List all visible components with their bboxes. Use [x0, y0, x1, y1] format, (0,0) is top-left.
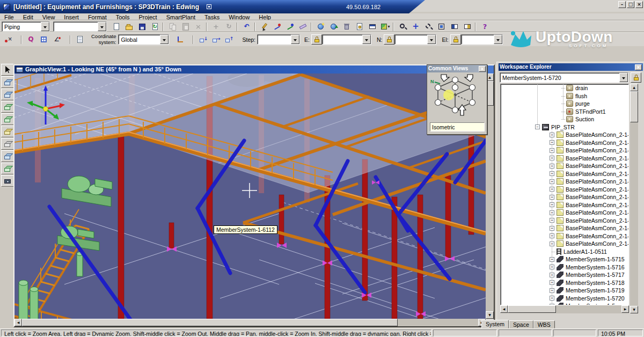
tree-item[interactable]: +MemberSystem-1-5720 [501, 295, 628, 303]
move-button[interactable] [210, 21, 222, 32]
expand-box[interactable]: + [550, 148, 554, 153]
save-button[interactable] [136, 21, 148, 32]
expand-box[interactable]: + [550, 164, 554, 169]
menu-smartplant[interactable]: SmartPlant [166, 14, 195, 20]
smartsketch-button[interactable] [258, 21, 270, 32]
tree-item[interactable]: +BasePlateAsmConn_2-1-061 [501, 170, 628, 178]
zoom-tool-button[interactable] [397, 21, 409, 32]
graphic-view-hscrollbar[interactable]: ◀ ▶ [14, 319, 486, 326]
tree-item[interactable]: +BasePlateAsmConn_2-1-070 [501, 232, 628, 240]
chevron-down-icon[interactable] [41, 22, 49, 31]
tree-item[interactable]: purge [501, 100, 628, 108]
expand-box[interactable]: + [550, 241, 554, 246]
tree-item[interactable]: flush [501, 92, 628, 100]
select-button[interactable] [1, 64, 14, 76]
menu-view[interactable]: View [42, 14, 55, 20]
coord-lock-button[interactable] [384, 34, 394, 45]
expand-box[interactable]: + [550, 171, 554, 176]
tab-space[interactable]: Space [509, 320, 533, 328]
scroll-right-icon[interactable]: ▶ [621, 305, 629, 313]
paste-button[interactable] [179, 21, 192, 32]
copy-button[interactable] [166, 21, 179, 32]
help-button[interactable] [479, 21, 491, 32]
point-elevation-button[interactable] [222, 34, 235, 45]
chevron-down-icon[interactable] [427, 35, 436, 44]
scroll-up-icon[interactable]: ▲ [630, 84, 638, 91]
menu-tools[interactable]: Tools [116, 14, 130, 20]
coord-field-combobox[interactable] [394, 34, 436, 45]
expand-box[interactable]: + [550, 226, 554, 231]
expand-box[interactable]: + [550, 187, 554, 192]
menu-project[interactable]: Project [138, 14, 157, 20]
selected-view-node[interactable] [443, 90, 454, 100]
pinpoint-off-button[interactable] [2, 34, 14, 45]
coord-lock-button[interactable] [450, 34, 461, 45]
tree-item[interactable]: +BasePlateAsmConn_2-1-061 [501, 178, 628, 186]
coordinate-system-combobox[interactable]: Global [118, 34, 169, 45]
hscroll-thumb[interactable] [508, 305, 556, 313]
menu-insert[interactable]: Insert [64, 14, 79, 20]
reposition-origin-button[interactable] [173, 34, 186, 45]
chevron-down-icon[interactable] [494, 35, 502, 44]
expand-box[interactable]: + [550, 202, 554, 207]
chevron-down-icon[interactable] [291, 35, 299, 44]
expand-box[interactable]: + [550, 296, 554, 301]
tree-item[interactable]: +MemberSystem-1-5715 [501, 255, 628, 263]
view-volume-button[interactable] [1, 126, 14, 137]
properties-button[interactable] [74, 34, 86, 45]
clip-volume-button[interactable] [1, 138, 14, 150]
minimize-button[interactable]: – [618, 1, 626, 8]
session-button[interactable] [353, 21, 365, 32]
new-document-button[interactable] [110, 21, 122, 32]
common-views-button[interactable] [448, 21, 460, 32]
pan-button[interactable] [409, 21, 422, 32]
coord-lock-button[interactable] [311, 34, 322, 45]
tree-item[interactable]: +BasePlateAsmConn_2-1-070 [501, 224, 628, 232]
measure-button[interactable] [297, 21, 309, 32]
close-icon[interactable] [479, 66, 486, 72]
close-button[interactable]: × [635, 1, 643, 8]
workspace-refresh-button[interactable] [327, 21, 340, 32]
delete-workspace-button[interactable] [340, 21, 353, 32]
tree-item[interactable]: +BasePlateAsmConn_2-1-070 [501, 240, 628, 248]
chevron-down-icon[interactable] [98, 22, 106, 31]
expand-box[interactable]: + [550, 133, 554, 137]
locate-filter-combobox[interactable] [53, 21, 107, 32]
tree-item[interactable]: +BasePlateAsmConn_2-1-061 [501, 155, 628, 163]
expand-box[interactable]: + [550, 210, 554, 215]
expand-box[interactable]: + [550, 288, 554, 293]
expand-box[interactable]: + [550, 140, 554, 145]
tree-item[interactable]: −PIP_STR [501, 123, 628, 131]
open-folder-button[interactable] [123, 21, 135, 32]
tree-item[interactable]: +MemberSystem-1-5718 [501, 279, 628, 287]
chevron-down-icon[interactable] [619, 73, 628, 82]
tree-item[interactable]: STFndPort1 [501, 108, 628, 116]
select-inside-button[interactable] [1, 89, 14, 100]
coord-field-combobox[interactable] [461, 34, 503, 45]
expand-box[interactable]: + [550, 195, 554, 200]
close-icon[interactable] [635, 64, 642, 70]
tree-item[interactable]: +BasePlateAsmConn_2-1-070 [501, 209, 628, 217]
show-all-button[interactable] [1, 150, 14, 162]
vscroll-thumb[interactable] [630, 91, 638, 122]
zoom-area-button[interactable] [422, 21, 435, 32]
menu-format[interactable]: Format [88, 14, 107, 20]
maximize-button[interactable]: □ [627, 1, 634, 8]
expand-box[interactable]: + [550, 257, 554, 262]
menu-file[interactable]: File [4, 14, 14, 20]
hide-button[interactable] [1, 163, 14, 174]
tree-item[interactable]: +BasePlateAsmConn_2-1-070 [501, 193, 628, 201]
tree-item[interactable]: drain [501, 84, 628, 92]
tree-vscrollbar[interactable]: ▲ ▼ [630, 84, 638, 313]
tree-item[interactable]: +BasePlateAsmConn_2-1-061 [501, 146, 628, 155]
tree-item[interactable]: +MemberSystem-1-5717 [501, 271, 628, 279]
rotate-button[interactable] [223, 21, 235, 32]
select-volume-button[interactable] [1, 76, 14, 88]
collapse-box[interactable]: − [535, 124, 540, 129]
tree-item[interactable]: +BasePlateAsmConn_2-1-061 [501, 162, 628, 170]
expand-box[interactable]: + [550, 273, 554, 277]
undo-button[interactable] [240, 21, 253, 32]
named-views-button[interactable] [461, 21, 473, 32]
select-overlap-button[interactable] [1, 101, 14, 113]
scroll-down-icon[interactable]: ▼ [630, 306, 638, 313]
